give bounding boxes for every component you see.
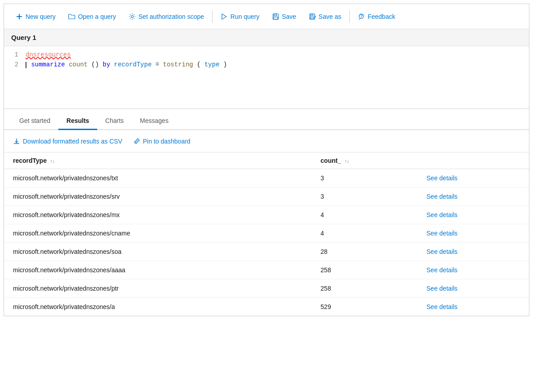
see-details-link[interactable]: See details [426,248,457,255]
see-details-link[interactable]: See details [426,193,457,200]
cell-count-1: 3 [312,187,417,206]
cell-details-5[interactable]: See details [417,261,529,279]
download-icon [13,137,20,145]
cell-details-0[interactable]: See details [417,169,529,187]
set-auth-button[interactable]: Set authorization scope [122,9,210,24]
cell-recordtype-5: microsoft.network/privatednszones/aaaa [4,261,312,279]
cell-details-1[interactable]: See details [417,187,529,206]
svg-rect-6 [273,17,278,19]
pin-icon [133,137,140,145]
cell-details-4[interactable]: See details [417,243,529,261]
tab-charts[interactable]: Charts [97,113,132,130]
code-line-2: 2 summarize count () by recordType = tos… [4,60,529,70]
feedback-icon [358,13,365,21]
svg-marker-3 [222,14,226,19]
sort-icon-count[interactable]: ↑↓ [345,159,349,164]
cell-recordtype-4: microsoft.network/privatednszones/soa [4,243,312,261]
toolbar: New query Open a query Set authorization… [4,4,529,29]
cell-recordtype-7: microsoft.network/privatednszones/a [4,298,312,316]
save-as-button[interactable]: Save as [303,9,348,24]
cell-count-2: 4 [312,206,417,224]
save-button[interactable]: Save [266,9,303,24]
table-row: microsoft.network/privatednszones/a529Se… [4,298,529,316]
results-table: recordType ↑↓ count_ ↑↓ microsoft.networ… [4,152,529,316]
cursor [26,62,26,68]
cell-details-2[interactable]: See details [417,206,529,224]
open-query-button[interactable]: Open a query [62,9,122,24]
line-number-2: 2 [4,60,26,70]
code-token-by: by [103,61,110,68]
save-as-icon [309,13,316,21]
see-details-link[interactable]: See details [426,266,457,274]
svg-point-2 [131,16,133,18]
see-details-link[interactable]: See details [426,230,457,237]
query-title-bar: Query 1 [4,29,529,46]
run-icon [221,13,228,21]
code-token-type: type [204,61,220,68]
cell-details-7[interactable]: See details [417,298,529,316]
line-number-1: 1 [4,50,26,60]
cell-count-6: 258 [312,279,417,298]
table-row: microsoft.network/privatednszones/soa28S… [4,243,529,261]
table-row: microsoft.network/privatednszones/cname4… [4,224,529,243]
cell-count-5: 258 [312,261,417,279]
action-bar: Download formatted results as CSV Pin to… [4,130,529,152]
svg-rect-5 [274,14,277,16]
table-header-row: recordType ↑↓ count_ ↑↓ [4,152,529,169]
tabs-bar: Get started Results Charts Messages [4,109,529,130]
see-details-link[interactable]: See details [426,303,457,310]
query-title: Query 1 [11,34,36,41]
cell-count-7: 529 [312,298,417,316]
cell-details-6[interactable]: See details [417,279,529,298]
svg-rect-9 [310,17,314,19]
tab-results[interactable]: Results [58,113,97,130]
col-header-recordtype[interactable]: recordType ↑↓ [4,152,312,169]
col-header-count[interactable]: count_ ↑↓ [312,152,417,169]
results-area: Get started Results Charts Messages Down… [4,109,529,316]
download-csv-button[interactable]: Download formatted results as CSV [13,137,122,145]
cell-recordtype-3: microsoft.network/privatednszones/cname [4,224,312,243]
cell-details-3[interactable]: See details [417,224,529,243]
cell-count-4: 28 [312,243,417,261]
code-token-table: dnsresources [26,51,71,58]
separator-1 [212,10,212,23]
cell-recordtype-6: microsoft.network/privatednszones/ptr [4,279,312,298]
see-details-link[interactable]: See details [426,211,457,218]
cell-recordtype-0: microsoft.network/privatednszones/txt [4,169,312,187]
table-row: microsoft.network/privatednszones/txt3Se… [4,169,529,187]
code-token-recordtype: recordType [114,61,152,68]
new-query-button[interactable]: New query [9,9,62,24]
app-container: New query Open a query Set authorization… [4,4,529,316]
table-row: microsoft.network/privatednszones/ptr258… [4,279,529,298]
code-token-summarize: summarize [31,61,65,68]
table-row: microsoft.network/privatednszones/aaaa25… [4,261,529,279]
col-header-details [417,152,529,169]
cell-recordtype-2: microsoft.network/privatednszones/mx [4,206,312,224]
svg-point-11 [361,18,362,18]
code-content-2: summarize count () by recordType = tostr… [26,60,529,70]
feedback-button[interactable]: Feedback [351,9,401,24]
gear-icon [129,13,136,21]
cell-count-3: 4 [312,224,417,243]
tab-messages[interactable]: Messages [132,113,177,130]
pin-dashboard-button[interactable]: Pin to dashboard [133,137,191,145]
see-details-link[interactable]: See details [426,285,457,292]
code-line-1: 1 dnsresources [4,50,529,60]
svg-rect-8 [311,14,313,16]
separator-2 [349,10,350,23]
table-row: microsoft.network/privatednszones/srv3Se… [4,187,529,206]
cell-recordtype-1: microsoft.network/privatednszones/srv [4,187,312,206]
cell-count-0: 3 [312,169,417,187]
code-editor[interactable]: 1 dnsresources 2 summarize count () by r… [4,46,529,109]
code-token-count: count [69,61,87,68]
code-token-tostring: tostring [163,61,193,68]
folder-icon [68,13,75,21]
save-icon [272,13,279,21]
plus-icon [16,13,23,21]
tab-get-started[interactable]: Get started [11,113,58,130]
sort-icon-recordtype[interactable]: ↑↓ [50,159,55,164]
see-details-link[interactable]: See details [426,174,457,182]
run-query-button[interactable]: Run query [214,9,266,24]
code-content-1: dnsresources [26,50,529,60]
table-row: microsoft.network/privatednszones/mx4See… [4,206,529,224]
